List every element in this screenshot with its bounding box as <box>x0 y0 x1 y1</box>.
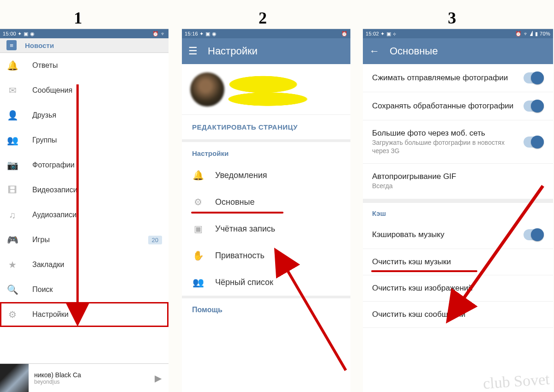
settings-item-0[interactable]: 🔔 Уведомления <box>182 162 350 189</box>
status-icons: ✦ ▣ ⟡ <box>380 31 396 37</box>
profile-row[interactable] <box>182 64 350 115</box>
menu-item-7[interactable]: 🎮 Игры20 <box>0 227 169 252</box>
toggle-switch[interactable] <box>524 229 544 240</box>
settings-item-4[interactable]: 👥 Чёрный список <box>182 269 350 296</box>
menu-item-label: Видеозаписи <box>32 186 77 194</box>
menu-item-6[interactable]: ♫ Аудиозаписи <box>0 202 169 227</box>
menu-item-1[interactable]: ✉ Сообщения <box>0 78 169 103</box>
play-icon[interactable]: ▶ <box>155 373 169 384</box>
menu-item-icon: 🎮 <box>6 234 18 245</box>
step-label-1: 1 <box>74 8 82 28</box>
badge: 20 <box>148 236 162 244</box>
phone-1: 15:00 ✦ ▣ ◉ ⏰ ᯤ ≡ Новости 🔔 Ответы✉ Сооб… <box>0 29 169 392</box>
toggle-switch[interactable] <box>524 137 544 148</box>
option-row-0[interactable]: Сжимать отправляемые фотографии <box>363 64 553 92</box>
option-title: Большие фото через моб. сеть <box>372 129 520 138</box>
menu-item-icon: ⚙ <box>6 309 18 320</box>
cache-title: Кэшировать музыку <box>372 230 520 239</box>
option-subtitle: Всегда <box>372 182 544 190</box>
track-artist: beyond|us <box>34 379 149 385</box>
step-label-3: 3 <box>448 8 456 28</box>
menu-item-label: Ответы <box>32 61 58 70</box>
status-bar: 15:00 ✦ ▣ ◉ ⏰ ᯤ <box>0 29 169 38</box>
menu-header[interactable]: ≡ Новости <box>0 38 169 53</box>
menu-item-icon: 🔍 <box>6 284 18 295</box>
cache-title: Очистить кэш музыки <box>372 257 544 267</box>
cache-title: Очистить кэш сообщений <box>372 310 544 319</box>
menu-item-icon: 📷 <box>6 160 18 171</box>
menu-item-icon: 👤 <box>6 110 18 121</box>
status-time: 15:02 <box>366 31 379 36</box>
status-right: ⏰ <box>341 31 348 37</box>
cache-row-1[interactable]: Очистить кэш музыки <box>363 249 553 275</box>
audio-player[interactable]: ников) Black Ca beyond|us ▶ <box>0 363 169 392</box>
watermark: club Sovet <box>482 373 550 390</box>
status-icons: ✦ ▣ ◉ <box>18 31 35 37</box>
option-row-1[interactable]: Сохранять обработанные фотографии <box>363 92 553 120</box>
settings-item-1[interactable]: ⚙ Основные <box>182 189 350 215</box>
option-title: Автопроигрывание GIF <box>372 172 544 181</box>
cache-section-label: Кэш <box>363 203 553 221</box>
menu-item-label: Поиск <box>32 285 53 294</box>
step-label-2: 2 <box>259 8 267 28</box>
menu-item-label: Закладки <box>32 261 64 269</box>
status-bar: 15:16 ✦ ▣ ◉ ⏰ <box>182 29 350 38</box>
menu-item-label: Фотографии <box>32 161 74 169</box>
menu-item-label: Группы <box>32 136 57 144</box>
cache-row-0[interactable]: Кэшировать музыку <box>363 221 553 249</box>
menu-item-icon: ★ <box>6 259 18 270</box>
menu-item-icon: ✉ <box>6 85 18 96</box>
menu-item-icon: 🎞 <box>6 185 18 196</box>
settings-item-icon: 👥 <box>192 277 204 288</box>
option-row-3[interactable]: Автопроигрывание GIFВсегда <box>363 164 553 199</box>
status-time: 15:16 <box>185 31 198 36</box>
menu-item-icon: 👥 <box>6 135 18 146</box>
menu-header-label: Новости <box>25 42 54 49</box>
menu-item-8[interactable]: ★ Закладки <box>0 252 169 277</box>
menu-item-icon: ♫ <box>6 210 18 220</box>
status-right: ⏰ ᯤ ◢ <box>515 31 533 37</box>
menu-item-label: Настройки <box>32 310 68 319</box>
status-icons: ✦ ▣ ◉ <box>199 31 217 37</box>
app-header: ← Основные <box>363 38 553 64</box>
edit-page-link[interactable]: РЕДАКТИРОВАТЬ СТРАНИЦУ <box>182 115 350 142</box>
battery-pct: 70% <box>540 31 550 36</box>
settings-item-3[interactable]: ✋ Приватность <box>182 242 350 269</box>
back-icon[interactable]: ← <box>369 45 379 57</box>
cache-title: Очистить кэш изображений <box>372 284 544 293</box>
option-subtitle: Загружать большие фотографии в новостях … <box>372 139 520 155</box>
menu-item-label: Игры <box>32 236 50 244</box>
section-settings: Настройки <box>182 142 350 162</box>
menu-item-4[interactable]: 📷 Фотографии <box>0 153 169 178</box>
menu-item-5[interactable]: 🎞 Видеозаписи <box>0 178 169 202</box>
menu-item-0[interactable]: 🔔 Ответы <box>0 53 169 78</box>
settings-item-icon: 🔔 <box>192 170 204 181</box>
phone-2: 15:16 ✦ ▣ ◉ ⏰ ☰ Настройки РЕДАКТИРОВАТЬ … <box>182 29 350 392</box>
toggle-switch[interactable] <box>524 72 544 83</box>
status-bar: 15:02 ✦ ▣ ⟡ ⏰ ᯤ ◢ ▮70% <box>363 29 553 38</box>
settings-item-icon: ▣ <box>192 223 204 234</box>
menu-item-9[interactable]: 🔍 Поиск <box>0 277 169 302</box>
header-title: Настройки <box>208 45 258 57</box>
avatar <box>190 72 224 107</box>
settings-item-label: Приватность <box>215 251 265 261</box>
album-art <box>0 364 29 392</box>
cache-row-2[interactable]: Очистить кэш изображений <box>363 275 553 302</box>
cache-row-3[interactable]: Очистить кэш сообщений <box>363 302 553 328</box>
help-section[interactable]: Помощь <box>182 298 350 321</box>
menu-item-3[interactable]: 👥 Группы <box>0 128 169 153</box>
status-right: ⏰ ᯤ <box>152 31 166 37</box>
menu-item-2[interactable]: 👤 Друзья <box>0 103 169 128</box>
settings-item-label: Уведомления <box>215 171 267 180</box>
option-row-2[interactable]: Большие фото через моб. сетьЗагружать бо… <box>363 120 553 164</box>
settings-item-2[interactable]: ▣ Учётная запись <box>182 215 350 242</box>
settings-item-label: Основные <box>215 197 254 207</box>
header-title: Основные <box>390 45 438 57</box>
news-icon: ≡ <box>6 40 17 50</box>
hamburger-icon[interactable]: ☰ <box>188 45 198 57</box>
toggle-switch[interactable] <box>524 101 544 112</box>
track-title: ников) Black Ca <box>34 371 149 379</box>
menu-item-icon: 🔔 <box>6 60 18 71</box>
menu-item-label: Аудиозаписи <box>32 211 77 219</box>
menu-item-10[interactable]: ⚙ Настройки <box>0 302 169 327</box>
